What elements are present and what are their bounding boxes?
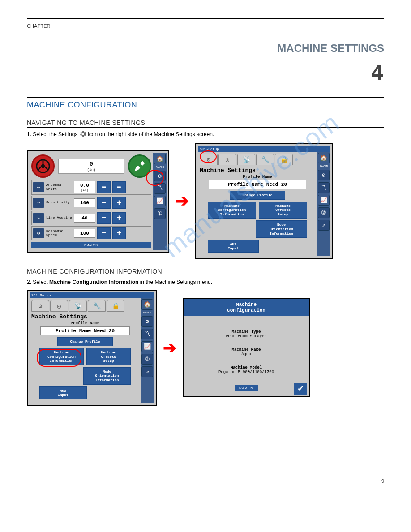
arrow-right-icon: ➔ xyxy=(176,193,189,209)
steps-icon[interactable]: ① xyxy=(154,208,166,219)
machine-offsets-setup-button[interactable]: Machine Offsets Setup xyxy=(86,348,131,365)
chapter-label: CHAPTER xyxy=(27,23,384,29)
divider xyxy=(27,97,384,98)
steps-icon[interactable]: ② xyxy=(141,354,153,365)
arrow-right-button[interactable]: ➡ xyxy=(112,181,126,193)
divider-top xyxy=(27,18,384,19)
plus-button[interactable]: + xyxy=(112,227,126,239)
arrow-right-icon: ➔ xyxy=(163,340,176,356)
plus-button[interactable]: + xyxy=(112,197,126,209)
title-bar: SC1-Setup xyxy=(30,292,154,298)
svg-point-1 xyxy=(41,164,45,168)
tab-antenna[interactable]: 📡 xyxy=(237,154,255,165)
machine-config-info-button[interactable]: Machine Configuration Information xyxy=(39,348,84,365)
sidebar: 🏠 RAVEN ⚙ 〽 📈 ② ↗ xyxy=(317,152,330,256)
sidebar: 🏠 RAVEN ⚙ 〽 📈 ② ↗ xyxy=(141,298,154,403)
mc-type-value: Rear Boom Sprayer xyxy=(188,334,304,339)
screenshot-machine-settings-2: SC1-Setup ⚙ ◎ 📡 🔧 🔒 Machine Settings Pro… xyxy=(27,290,157,405)
profile-name-label: Profile Name xyxy=(31,321,139,326)
tab-steering[interactable]: ◎ xyxy=(50,300,68,312)
confirm-check-button[interactable]: ✔ xyxy=(294,383,307,395)
screenshot-machine-settings: SC1-Setup ⚙ ◎ 📡 🔧 🔒 Machine Settings Pro… xyxy=(195,143,333,259)
sensitivity-value[interactable]: 100 xyxy=(74,198,95,207)
trend-icon[interactable]: 📈 xyxy=(141,341,153,352)
tab-lock[interactable]: 🔒 xyxy=(107,300,124,312)
node-orientation-info-button[interactable]: Node Orientation Information xyxy=(256,220,307,238)
gear-icon xyxy=(79,130,86,139)
minus-button[interactable]: − xyxy=(97,212,111,224)
tab-steering[interactable]: ◎ xyxy=(218,154,236,165)
screenshot-home: 0 (in) ↔ Antenna Shift 0.0 (in) ⬅ xyxy=(27,150,169,253)
mc-heading: Machine Configuration xyxy=(184,299,309,316)
brand-label: RAVEN xyxy=(235,385,258,391)
tab-machine[interactable]: ⚙ xyxy=(200,154,218,165)
change-profile-button[interactable]: Change Profile xyxy=(57,337,113,346)
tab-wheel[interactable]: 🔧 xyxy=(88,300,106,312)
mc-model-value: Rogator B 900/1100/1300 xyxy=(188,370,304,374)
minus-button[interactable]: − xyxy=(97,227,111,239)
arrow-left-button[interactable]: ⬅ xyxy=(97,181,111,193)
trend-icon[interactable]: 📈 xyxy=(154,196,166,206)
pulse-icon[interactable]: 〽 xyxy=(141,329,153,339)
machine-config-info-button[interactable]: Machine Configuration Information xyxy=(208,202,256,219)
param-sensitivity: 〰 Sensitivity 100 − + xyxy=(31,196,151,210)
chapter-title: MACHINE SETTINGS xyxy=(27,42,384,55)
heading-value-box: 0 (in) xyxy=(58,159,124,174)
profile-name-value[interactable]: Profile Name Need 20 xyxy=(40,326,130,335)
node-orientation-info-button[interactable]: Node Orientation Information xyxy=(83,367,131,385)
line-acquire-value[interactable]: 40 xyxy=(74,214,95,223)
home-icon[interactable]: 🏠 xyxy=(154,154,166,164)
tab-lock[interactable]: 🔒 xyxy=(275,154,293,165)
sidebar: 🏠 RAVEN ⚙ 〽 📈 ① xyxy=(153,153,167,250)
plus-button[interactable]: + xyxy=(112,212,126,224)
machine-offsets-setup-button[interactable]: Machine Offsets Setup xyxy=(259,202,307,219)
divider xyxy=(27,127,384,128)
steps-icon[interactable]: ② xyxy=(318,207,330,218)
title-bar: SC1-Setup xyxy=(198,146,330,152)
tab-bar: ⚙ ◎ 📡 🔧 🔒 xyxy=(31,300,139,312)
response-speed-value[interactable]: 100 xyxy=(74,229,95,238)
minus-button[interactable]: − xyxy=(97,197,111,209)
brand-label: RAVEN xyxy=(31,242,151,248)
pulse-icon[interactable]: 〽 xyxy=(318,182,330,193)
mc-type-label: Machine Type xyxy=(188,330,304,334)
machine-configuration-panel: Machine Configuration Machine Type Rear … xyxy=(183,298,310,397)
line-acquire-icon: ↘ xyxy=(33,213,44,223)
mc-make-label: Machine Make xyxy=(188,348,304,352)
antenna-icon: ↔ xyxy=(33,182,44,192)
change-profile-button[interactable]: Change Profile xyxy=(230,191,285,200)
gear-icon[interactable]: ⚙ xyxy=(141,316,153,327)
section-heading: MACHINE CONFIGURATION xyxy=(27,100,384,111)
satellite-icon[interactable] xyxy=(128,154,151,178)
gear-icon[interactable]: ⚙ xyxy=(318,170,330,180)
tab-bar: ⚙ ◎ 📡 🔧 🔒 xyxy=(200,154,315,165)
settings-heading: Machine Settings xyxy=(31,313,139,321)
step-1: 1. Select the Settings icon on the right… xyxy=(27,130,384,139)
link-icon[interactable]: ↗ xyxy=(141,366,153,377)
steering-wheel-icon[interactable] xyxy=(31,154,55,178)
mc-make-value: Agco xyxy=(188,352,304,356)
param-response-speed: ⚙ Response Speed 100 − + xyxy=(31,226,151,240)
pulse-icon[interactable]: 〽 xyxy=(154,183,166,194)
tab-machine[interactable]: ⚙ xyxy=(31,300,49,312)
param-line-acquire: ↘ Line Acquire 40 − + xyxy=(31,211,151,225)
profile-name-value[interactable]: Profile Name Need 20 xyxy=(209,180,306,189)
tab-antenna[interactable]: 📡 xyxy=(69,300,87,312)
page-number: 9 xyxy=(27,478,384,484)
divider-bottom xyxy=(27,433,384,433)
home-icon[interactable]: 🏠 xyxy=(141,299,153,310)
sub-heading-2: MACHINE CONFIGURATION INFORMATION xyxy=(27,268,384,275)
aux-input-button[interactable]: Aux Input xyxy=(208,240,259,253)
antenna-shift-value[interactable]: 0.0 (in) xyxy=(74,181,95,193)
tab-wheel[interactable]: 🔧 xyxy=(256,154,274,165)
sensitivity-icon: 〰 xyxy=(33,198,44,208)
link-icon[interactable]: ↗ xyxy=(318,220,330,231)
aux-input-button[interactable]: Aux Input xyxy=(39,386,87,399)
gear-icon[interactable]: ⚙ xyxy=(154,171,166,181)
home-icon[interactable]: 🏠 xyxy=(318,153,330,163)
param-antenna-shift: ↔ Antenna Shift 0.0 (in) ⬅ ➡ xyxy=(31,180,151,195)
trend-icon[interactable]: 📈 xyxy=(318,195,330,206)
profile-name-label: Profile Name xyxy=(200,175,315,179)
response-speed-icon: ⚙ xyxy=(33,228,44,238)
settings-heading: Machine Settings xyxy=(200,166,315,175)
